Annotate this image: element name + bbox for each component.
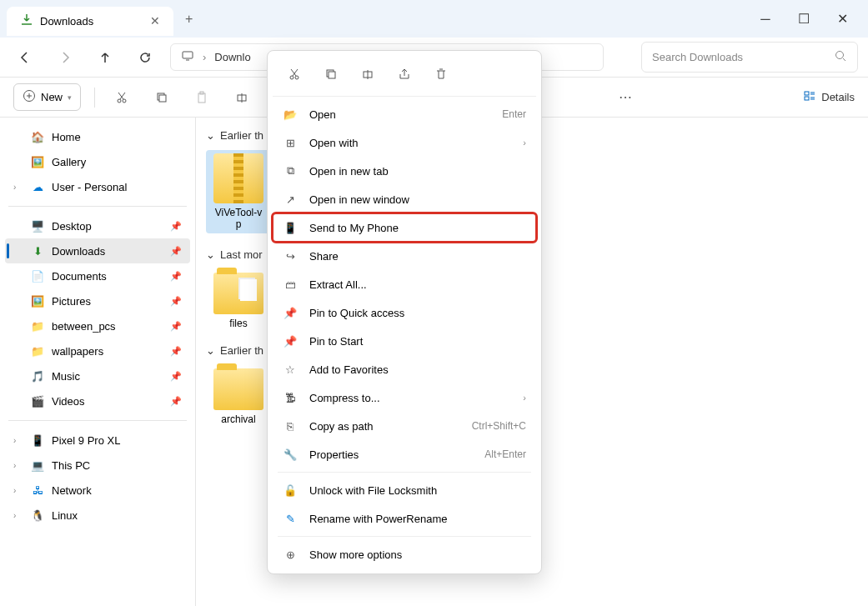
menu-unlock[interactable]: 🔓Unlock with File Locksmith: [273, 476, 536, 504]
path-icon: ⎘: [283, 418, 298, 433]
sidebar-separator: [8, 420, 187, 421]
close-button[interactable]: ✕: [823, 6, 861, 33]
menu-open-with[interactable]: ⊞Open with›: [273, 128, 536, 157]
svg-point-12: [290, 76, 294, 79]
chevron-right-icon: ›: [13, 461, 23, 470]
menu-extract[interactable]: 🗃Extract All...: [273, 270, 536, 298]
menu-more-options[interactable]: ⊕Show more options: [273, 540, 536, 568]
sidebar-item-between-pcs[interactable]: 📁between_pcs📌: [5, 313, 190, 338]
star-icon: ☆: [283, 362, 298, 377]
pictures-icon: 🖼️: [30, 293, 45, 308]
sidebar: 🏠Home 🖼️Gallery ›☁User - Personal 🖥️Desk…: [0, 118, 196, 606]
sidebar-item-pixel[interactable]: ›📱Pixel 9 Pro XL: [5, 428, 190, 453]
menu-pin-quick[interactable]: 📌Pin to Quick access: [273, 298, 536, 327]
download-icon: [20, 13, 33, 29]
sidebar-item-network[interactable]: ›🖧Network: [5, 478, 190, 503]
more-button[interactable]: ⋯: [612, 84, 639, 111]
ctx-rename-button[interactable]: [354, 61, 381, 88]
ctx-delete-button[interactable]: [428, 61, 454, 88]
chevron-down-icon: ⌄: [206, 248, 215, 261]
paste-button[interactable]: [188, 84, 215, 111]
pin-icon: 📌: [170, 371, 182, 382]
context-menu: 📂OpenEnter ⊞Open with› ⧉Open in new tab …: [267, 50, 542, 574]
compress-icon: 🗜: [283, 390, 298, 405]
documents-icon: 📄: [30, 268, 45, 283]
sidebar-item-desktop[interactable]: 🖥️Desktop📌: [5, 213, 190, 238]
menu-send-to-phone[interactable]: 📱Send to My Phone: [273, 213, 536, 242]
desktop-icon: 🖥️: [30, 218, 45, 233]
videos-icon: 🎬: [30, 393, 45, 408]
menu-open-tab[interactable]: ⧉Open in new tab: [273, 157, 536, 185]
chevron-right-icon: ›: [523, 393, 526, 403]
tab-title: Downloads: [40, 15, 93, 28]
up-button[interactable]: [90, 43, 120, 73]
chevron-right-icon: ›: [13, 486, 23, 495]
sidebar-item-thispc[interactable]: ›💻This PC: [5, 453, 190, 478]
folder-icon: [213, 273, 263, 314]
menu-open-window[interactable]: ↗Open in new window: [273, 185, 536, 213]
menu-powerrename[interactable]: ✎Rename with PowerRename: [273, 504, 536, 533]
rename-button[interactable]: [228, 84, 255, 111]
svg-rect-10: [805, 92, 809, 95]
menu-favorites[interactable]: ☆Add to Favorites: [273, 355, 536, 383]
copy-button[interactable]: [148, 84, 175, 111]
svg-point-1: [836, 52, 844, 59]
sidebar-item-pictures[interactable]: 🖼️Pictures📌: [5, 288, 190, 313]
maximize-button[interactable]: ☐: [785, 6, 823, 33]
search-icon: [834, 49, 847, 65]
cut-button[interactable]: [108, 84, 135, 111]
sidebar-item-downloads[interactable]: ⬇Downloads📌: [5, 238, 190, 263]
pin-icon: 📌: [283, 333, 298, 348]
menu-share[interactable]: ↪Share: [273, 242, 536, 270]
tab-downloads[interactable]: Downloads ✕: [7, 7, 173, 36]
forward-button[interactable]: [50, 43, 80, 73]
new-tab-button[interactable]: +: [173, 12, 204, 27]
sidebar-item-videos[interactable]: 🎬Videos📌: [5, 388, 190, 413]
minimize-button[interactable]: ─: [746, 6, 785, 33]
share-icon: ↪: [283, 248, 298, 263]
menu-pin-start[interactable]: 📌Pin to Start: [273, 327, 536, 355]
file-item-files[interactable]: files: [206, 269, 271, 329]
chevron-down-icon: ▾: [68, 93, 72, 102]
sidebar-item-music[interactable]: 🎵Music📌: [5, 363, 190, 388]
svg-rect-6: [159, 95, 166, 102]
menu-open[interactable]: 📂OpenEnter: [273, 100, 536, 128]
pin-icon: 📌: [283, 305, 298, 320]
chevron-down-icon: ⌄: [206, 344, 215, 357]
menu-compress[interactable]: 🗜Compress to...›: [273, 383, 536, 412]
plus-circle-icon: [23, 89, 36, 105]
chevron-right-icon: ›: [13, 511, 23, 520]
menu-properties[interactable]: 🔧PropertiesAlt+Enter: [273, 440, 536, 468]
folder-icon: [213, 368, 263, 410]
search-input[interactable]: Search Downloads: [641, 42, 858, 73]
file-item-vivetool[interactable]: ViVeTool-v p: [206, 150, 271, 233]
breadcrumb: Downlo: [214, 51, 250, 63]
ctx-copy-button[interactable]: [318, 61, 344, 88]
details-button[interactable]: Details: [803, 89, 855, 105]
ctx-cut-button[interactable]: [281, 61, 308, 88]
pin-icon: 📌: [170, 396, 182, 407]
tab-close-button[interactable]: ✕: [150, 14, 160, 28]
sidebar-item-gallery[interactable]: 🖼️Gallery: [5, 149, 190, 174]
network-icon: 🖧: [30, 483, 45, 498]
ctx-share-button[interactable]: [391, 61, 418, 88]
details-icon: [803, 89, 816, 105]
pc-icon: 💻: [30, 458, 45, 473]
sidebar-item-documents[interactable]: 📄Documents📌: [5, 263, 190, 288]
apps-icon: ⊞: [283, 135, 298, 150]
new-button[interactable]: New ▾: [13, 83, 81, 111]
sidebar-item-home[interactable]: 🏠Home: [5, 124, 190, 149]
sidebar-item-wallpapers[interactable]: 📁wallpapers📌: [5, 338, 190, 363]
phone-icon: 📱: [283, 220, 298, 235]
tab-icon: ⧉: [283, 163, 298, 178]
back-button[interactable]: [10, 43, 40, 73]
pin-icon: 📌: [170, 271, 182, 282]
file-item-archival[interactable]: archival: [206, 365, 271, 425]
chevron-right-icon: ›: [203, 51, 206, 63]
menu-copy-path[interactable]: ⎘Copy as pathCtrl+Shift+C: [273, 412, 536, 440]
rename-icon: ✎: [283, 511, 298, 526]
chevron-right-icon: ›: [523, 138, 526, 148]
sidebar-item-user[interactable]: ›☁User - Personal: [5, 174, 190, 199]
sidebar-item-linux[interactable]: ›🐧Linux: [5, 503, 190, 528]
refresh-button[interactable]: [130, 43, 160, 73]
